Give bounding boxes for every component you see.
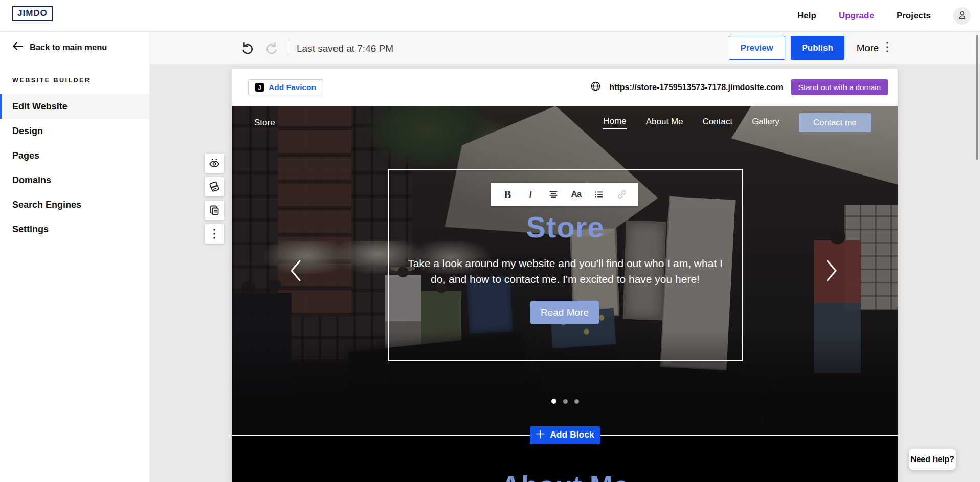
preview-button[interactable]: Preview: [729, 36, 785, 60]
account-avatar[interactable]: [953, 7, 971, 25]
editor-toolbar: Last saved at 7:46 PM Preview Publish Mo…: [150, 32, 980, 64]
publish-button[interactable]: Publish: [791, 36, 844, 60]
italic-button[interactable]: I: [523, 187, 538, 202]
carousel-prev-button[interactable]: [289, 259, 302, 282]
font-style-button[interactable]: Aa: [568, 187, 584, 202]
carousel-dot-1[interactable]: [551, 399, 556, 404]
site-nav-gallery[interactable]: Gallery: [752, 117, 779, 129]
header-nav: Help Upgrade Projects: [797, 0, 971, 31]
add-favicon-label: Add Favicon: [269, 83, 316, 92]
app-header: JIMDO Help Upgrade Projects: [0, 0, 980, 31]
add-favicon-button[interactable]: J Add Favicon: [248, 79, 323, 95]
last-saved-status: Last saved at 7:46 PM: [297, 43, 393, 54]
hero-body-line2: do, and how to contact me. I'm excited t…: [388, 271, 743, 287]
site-url-group: https://store-1759513573-7178.jimdosite.…: [590, 69, 888, 106]
chevron-left-icon: [289, 259, 302, 282]
block-edit-tools: [205, 154, 224, 248]
hero-body-line1: Take a look around my website and you'll…: [388, 255, 743, 271]
eye-icon: [208, 157, 220, 169]
swatches-icon: [208, 181, 220, 193]
kebab-menu-icon: [886, 41, 889, 55]
copy-section-button[interactable]: [205, 201, 224, 220]
site-nav-about-me[interactable]: About Me: [646, 117, 683, 129]
more-menu-button[interactable]: More: [857, 41, 889, 55]
undo-button[interactable]: [240, 41, 254, 55]
back-label: Back to main menu: [30, 42, 107, 52]
copy-icon: [208, 204, 220, 216]
redo-button[interactable]: [265, 41, 279, 55]
page-scrollbar[interactable]: [976, 35, 978, 160]
toolbar-actions: Preview Publish More: [729, 36, 889, 60]
link-icon: [616, 189, 628, 200]
carousel-dot-2[interactable]: [563, 399, 568, 404]
design-swatches-button[interactable]: [205, 177, 224, 196]
sidebar-item-design[interactable]: Design: [0, 119, 149, 143]
list-icon: [593, 189, 605, 200]
hero-body-text[interactable]: Take a look around my website and you'll…: [388, 255, 743, 287]
contact-me-button[interactable]: Contact me: [799, 113, 871, 132]
favicon-placeholder-icon: J: [255, 83, 264, 92]
domain-upsell-button[interactable]: Stand out with a domain: [791, 79, 888, 95]
projects-link[interactable]: Projects: [897, 11, 931, 21]
about-me-title: About Me: [232, 472, 898, 482]
plus-icon: [536, 429, 545, 442]
site-brand[interactable]: Store: [254, 118, 275, 128]
sidebar-item-settings[interactable]: Settings: [0, 217, 149, 242]
align-center-icon: [548, 189, 559, 200]
kebab-menu-icon: [213, 228, 216, 239]
need-help-button[interactable]: Need help?: [909, 449, 956, 470]
sidebar-item-edit-website[interactable]: Edit Website: [0, 94, 149, 119]
site-navbar: Store Home About Me Contact Gallery Cont…: [232, 113, 898, 136]
chevron-right-icon: [825, 259, 838, 282]
preview-eye-button[interactable]: [205, 154, 224, 173]
bold-button[interactable]: B: [500, 187, 515, 202]
toolbar-divider: [289, 39, 289, 57]
sidebar-menu: Edit Website Design Pages Domains Search…: [0, 94, 149, 242]
hero-section: Store Home About Me Contact Gallery Cont…: [232, 106, 898, 435]
site-menu: Home About Me Contact Gallery Contact me: [603, 113, 871, 132]
more-options-button[interactable]: [205, 224, 224, 244]
website-preview-panel: J Add Favicon https://store-1759513573-7…: [232, 69, 898, 482]
carousel-dot-3[interactable]: [574, 399, 579, 404]
more-label: More: [857, 42, 879, 54]
add-block-label: Add Block: [550, 430, 594, 441]
align-center-button[interactable]: [546, 187, 561, 202]
arrow-left-icon: [12, 42, 24, 52]
sidebar: Back to main menu WEBSITE BUILDER Edit W…: [0, 32, 150, 482]
add-block-button[interactable]: Add Block: [530, 426, 600, 444]
site-url[interactable]: https://store-1759513573-7178.jimdosite.…: [609, 83, 783, 92]
jimdo-logo[interactable]: JIMDO: [12, 6, 53, 21]
site-nav-contact[interactable]: Contact: [703, 117, 733, 129]
sidebar-item-search-engines[interactable]: Search Engines: [0, 192, 149, 217]
hero-title[interactable]: Store: [388, 210, 743, 244]
text-format-toolbar: B I Aa: [491, 183, 638, 206]
list-button[interactable]: [591, 187, 607, 202]
globe-icon: [590, 81, 601, 94]
jimdo-editor: JIMDO Help Upgrade Projects: [0, 0, 980, 482]
carousel-next-button[interactable]: [825, 259, 838, 282]
link-button[interactable]: [614, 187, 630, 202]
section-label: WEBSITE BUILDER: [12, 77, 91, 84]
sidebar-item-pages[interactable]: Pages: [0, 143, 149, 168]
site-settings-bar: J Add Favicon https://store-1759513573-7…: [232, 69, 898, 106]
carousel-dots: [388, 397, 743, 406]
back-to-main-menu[interactable]: Back to main menu: [12, 42, 107, 52]
help-link[interactable]: Help: [797, 11, 816, 21]
site-nav-home[interactable]: Home: [603, 116, 626, 129]
user-icon: [956, 9, 968, 23]
read-more-button[interactable]: Read More: [530, 301, 599, 324]
upgrade-link[interactable]: Upgrade: [839, 11, 874, 21]
sidebar-item-domains[interactable]: Domains: [0, 168, 149, 192]
